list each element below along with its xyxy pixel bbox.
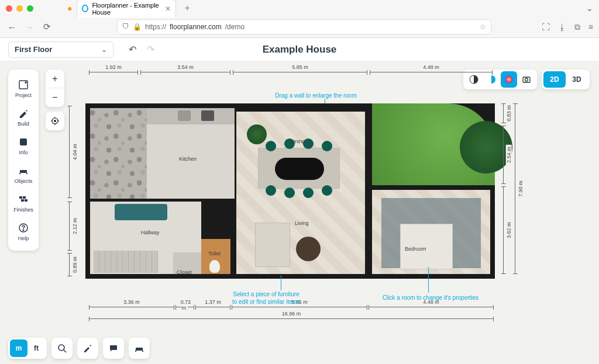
maximize-window-icon[interactable]: [27, 5, 33, 12]
furniture-cooktop[interactable]: [201, 110, 214, 121]
close-window-icon[interactable]: [6, 5, 12, 12]
furniture-hall-sofa[interactable]: [115, 204, 167, 220]
project-title: Example House: [263, 44, 337, 56]
sidebar-item-build[interactable]: Build: [8, 103, 39, 131]
hint-line: [281, 275, 281, 290]
browser-chrome: ● Floorplanner - Example House ✕ + ⌄ ← →…: [0, 0, 599, 38]
floor-select-label: First Floor: [15, 45, 52, 54]
furniture-button[interactable]: [130, 339, 148, 357]
undo-button[interactable]: ↶: [129, 44, 136, 55]
dimension-top-2: 3.54 m: [140, 72, 230, 78]
close-tab-icon[interactable]: ✕: [165, 5, 171, 13]
view-3d-button[interactable]: 3D: [566, 71, 588, 88]
menu-icon[interactable]: ≡: [588, 22, 593, 32]
reload-button[interactable]: ⟳: [41, 22, 53, 32]
build-icon: [18, 108, 29, 119]
room-terrace[interactable]: [90, 108, 147, 199]
view-2d-button[interactable]: 2D: [543, 71, 566, 88]
label-kitchen: Kitchen: [179, 156, 197, 162]
furniture-toilet[interactable]: [209, 260, 220, 273]
tab-list-chevron-icon[interactable]: ⌄: [586, 4, 593, 13]
furniture-sofa[interactable]: [255, 223, 290, 267]
label-dining: Dining: [290, 138, 305, 144]
dimension-left-3: 0.89 m: [69, 253, 75, 276]
dimension-top-1: 1.92 m: [89, 72, 138, 78]
browser-right-icons: ⛶ ⭳ ⧉ ≡: [542, 22, 593, 32]
furniture-stairs[interactable]: [94, 251, 158, 273]
forward-button[interactable]: →: [23, 22, 35, 32]
svg-point-20: [505, 75, 513, 84]
search-button[interactable]: [53, 339, 71, 357]
sidebar-item-finishes[interactable]: Finishes: [8, 189, 39, 217]
bottom-toolbar: m ft: [8, 338, 150, 359]
chevron-down-icon: ⌄: [101, 46, 107, 54]
project-icon: [18, 79, 29, 91]
extensions-icon[interactable]: ⧉: [574, 22, 580, 32]
zoom-in-button[interactable]: +: [46, 70, 64, 88]
dimension-right-2: 2.54 m: [503, 126, 509, 184]
new-tab-button[interactable]: +: [184, 3, 190, 13]
floorplan[interactable]: Kitchen Dining Living Hallway Closet Toi…: [85, 103, 495, 279]
url-scheme: https://: [145, 23, 166, 31]
furniture-chair[interactable]: [284, 188, 295, 198]
furniture-coffee-table[interactable]: [296, 237, 321, 261]
furniture-dining-table[interactable]: [258, 148, 340, 189]
sidebar-item-label: Info: [19, 150, 27, 155]
minimize-window-icon[interactable]: [16, 5, 23, 12]
firefox-icon: ●: [67, 4, 72, 13]
units-ft-button[interactable]: ft: [27, 339, 45, 357]
svg-point-11: [23, 230, 23, 230]
objects-icon: [18, 165, 29, 176]
bookmark-star-icon[interactable]: ☆: [480, 23, 486, 31]
url-input[interactable]: ⛉ 🔒 https://floorplanner.com/demo ☆: [117, 19, 491, 34]
svg-rect-8: [21, 199, 24, 202]
units-toggle: m ft: [8, 338, 47, 359]
downloads-icon[interactable]: ⭳: [558, 22, 566, 32]
save-pocket-icon[interactable]: ⛶: [542, 22, 550, 32]
dimension-bot-3: 1.37 m: [195, 307, 230, 313]
left-sidebar: Project Build Info Objects Finishes Help: [8, 70, 39, 251]
redo-button[interactable]: ↷: [147, 44, 154, 55]
back-button[interactable]: ←: [6, 22, 18, 32]
comment-button[interactable]: [105, 339, 122, 357]
lock-icon: 🔒: [133, 23, 142, 31]
zoom-fit-button[interactable]: [46, 112, 64, 130]
furniture-chair[interactable]: [266, 141, 276, 151]
view-photo-button[interactable]: [518, 71, 535, 88]
canvas[interactable]: Project Build Info Objects Finishes Help…: [0, 61, 599, 364]
sidebar-item-objects[interactable]: Objects: [8, 160, 39, 189]
window-controls[interactable]: [6, 5, 33, 12]
furniture-chair[interactable]: [266, 185, 276, 196]
svg-point-13: [54, 120, 56, 122]
browser-tab[interactable]: Floorplanner - Example House ✕: [77, 0, 176, 18]
svg-rect-5: [26, 173, 27, 174]
sidebar-item-project[interactable]: Project: [8, 74, 39, 103]
furniture-plant[interactable]: [247, 124, 267, 144]
zoom-out-button[interactable]: −: [46, 88, 64, 107]
label-bedroom: Bedroom: [405, 246, 426, 252]
furniture-chair[interactable]: [322, 185, 332, 196]
label-toilet: Toilet: [208, 251, 221, 256]
svg-rect-25: [110, 345, 117, 350]
view-color-button[interactable]: [501, 71, 517, 88]
sidebar-item-info[interactable]: Info: [8, 131, 39, 160]
units-m-button[interactable]: m: [10, 339, 27, 357]
dimension-bot-total: 16.96 m: [89, 318, 494, 324]
hint-drag-wall: Drag a wall to enlarge the room: [263, 92, 369, 99]
furniture-sink[interactable]: [178, 110, 191, 121]
sidebar-item-label: Build: [18, 121, 29, 127]
furniture-counter[interactable]: [147, 108, 235, 124]
tools-button[interactable]: [79, 339, 97, 357]
browser-address-bar: ← → ⟳ ⛉ 🔒 https://floorplanner.com/demo …: [0, 16, 599, 37]
tab-title: Floorplanner - Example House: [92, 2, 159, 16]
hint-line: [428, 267, 429, 293]
sidebar-item-label: Finishes: [13, 207, 33, 213]
floor-select[interactable]: First Floor ⌄: [8, 41, 113, 58]
hint-furniture: Select a piece of furnitureto edit or fi…: [216, 290, 316, 306]
furniture-chair[interactable]: [303, 188, 314, 198]
sidebar-item-help[interactable]: Help: [8, 217, 39, 246]
svg-point-1: [25, 82, 26, 83]
dimension-bot-2: 0.72 m: [175, 307, 194, 313]
svg-point-22: [525, 78, 528, 81]
furniture-chair[interactable]: [322, 141, 332, 151]
